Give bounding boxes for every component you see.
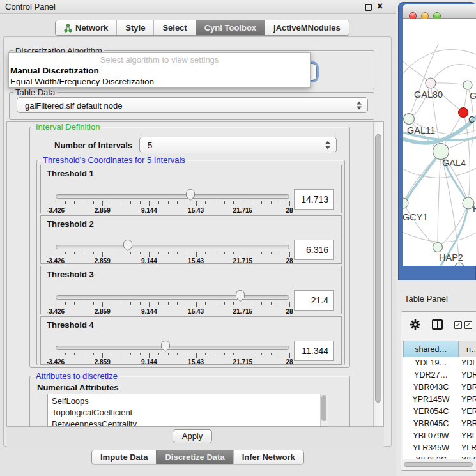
table-row[interactable]: YBL079WYBL0: [403, 430, 476, 442]
tick-label: 15.43: [188, 257, 204, 265]
slider-tick: [93, 302, 94, 305]
tick-label: 9.144: [141, 257, 157, 265]
slider-tick: [289, 201, 290, 206]
cell-shared-name: YDL19…: [403, 357, 459, 369]
threshold-value-field[interactable]: 6.316: [294, 240, 334, 260]
combo-stepper-icon[interactable]: [325, 141, 330, 150]
list-item[interactable]: TopologicalCoefficient: [48, 407, 328, 418]
tab-discretize-data[interactable]: Discretize Data: [156, 450, 233, 464]
table-row[interactable]: YPR145WYPR1: [403, 394, 476, 406]
threshold-value-field[interactable]: 11.344: [294, 341, 334, 361]
threshold-slider[interactable]: -3.4262.8599.14415.4321.71528: [56, 340, 289, 365]
tick-label: 2.859: [95, 257, 111, 265]
close-icon[interactable]: ×: [377, 1, 383, 12]
group-title: Interval Definition: [34, 122, 102, 132]
slider-tick: [243, 252, 243, 257]
threshold-value-field[interactable]: 21.4: [294, 290, 334, 311]
tab-label: Cyni Toolbox: [204, 23, 256, 33]
number-of-intervals-select[interactable]: 5: [139, 137, 337, 153]
slider-track[interactable]: [56, 346, 289, 350]
slider-tick: [168, 201, 169, 204]
threshold-label: Threshold 3: [47, 270, 94, 279]
network-edge: [403, 231, 476, 242]
network-node[interactable]: [459, 108, 468, 118]
control-panel-title: Control Panel: [5, 2, 56, 12]
table-data-select[interactable]: galFiltered.sif default node: [17, 97, 368, 113]
combo-stepper-icon[interactable]: [357, 101, 362, 109]
slider-handle[interactable]: [185, 188, 196, 201]
threshold-label: Threshold 4: [47, 320, 94, 330]
network-node[interactable]: [426, 78, 436, 88]
list-scrollbar-thumb[interactable]: [321, 395, 326, 421]
list-item[interactable]: SelfLoops: [48, 395, 328, 407]
slider-handle[interactable]: [123, 239, 133, 252]
table-row[interactable]: YDL19…YDL1: [403, 357, 476, 369]
table-rows: YDL19…YDL1YDR27…YDR2YBR043CYBR0YPR145WYP…: [403, 357, 476, 459]
slider-tick: [149, 353, 150, 358]
slider-tick: [280, 201, 280, 204]
tick-label: -3.426: [47, 207, 65, 214]
slider-tick: [187, 302, 187, 305]
slider-tick: [140, 201, 141, 204]
gear-icon[interactable]: [410, 319, 421, 330]
tab-select[interactable]: Select: [153, 20, 195, 35]
slider-handle[interactable]: [160, 340, 171, 353]
node-label: HAP2: [439, 252, 463, 263]
network-window-titlebar[interactable]: [403, 4, 476, 19]
network-node[interactable]: [433, 144, 449, 160]
slider-tick: [205, 353, 206, 355]
tab-impute-data[interactable]: Impute Data: [92, 450, 156, 464]
float-window-icon[interactable]: [365, 4, 372, 11]
threshold-value-field[interactable]: 14.713: [294, 189, 334, 210]
horizontal-scrollbar-thumb[interactable]: [404, 462, 473, 467]
checkbox-icon[interactable]: ✓: [454, 321, 462, 329]
network-node[interactable]: [404, 114, 415, 125]
node-label: GAL11: [407, 125, 435, 135]
slider-tick: [243, 353, 243, 358]
cell-name: YPR1: [461, 394, 476, 406]
column-header-name[interactable]: n…: [459, 341, 476, 357]
tab-network[interactable]: Network: [56, 20, 116, 35]
tab-style[interactable]: Style: [116, 20, 153, 35]
dropdown-option-manual[interactable]: Manual Discretization: [10, 66, 99, 75]
numerical-attributes-list[interactable]: SelfLoopsTopologicalCoefficientBetweenne…: [47, 394, 328, 427]
network-view[interactable]: GAL80GACGAL11GAL4GCY1HHAP2: [403, 19, 476, 266]
threshold-slider[interactable]: -3.4262.8599.14415.4321.71528: [56, 188, 289, 214]
slider-track[interactable]: [56, 245, 289, 249]
slider-track[interactable]: [56, 295, 289, 300]
tab-jactivemnodules[interactable]: jActiveMNodules: [265, 20, 349, 35]
table-row[interactable]: YDR27…YDR2: [403, 369, 476, 381]
slider-tick: [252, 201, 252, 204]
slider-handle[interactable]: [235, 289, 245, 302]
network-node[interactable]: [463, 81, 472, 89]
apply-button[interactable]: Apply: [173, 429, 212, 443]
slider-tick: [56, 252, 56, 257]
checkbox-icon[interactable]: ✓: [464, 321, 472, 329]
slider-track[interactable]: [56, 194, 289, 199]
columns-icon[interactable]: [432, 319, 443, 330]
slider-tick: [84, 302, 84, 305]
slider-tick: [215, 302, 215, 305]
vertical-scrollbar-thumb[interactable]: [375, 134, 381, 403]
column-header-shared-name[interactable]: shared…: [403, 341, 459, 357]
dropdown-option-equal-width[interactable]: Equal Width/Frequency Discretization: [10, 77, 154, 86]
slider-tick: [84, 252, 84, 254]
table-row[interactable]: YLR345WYLR3: [403, 442, 476, 454]
table-row[interactable]: YER054CYER0: [403, 406, 476, 418]
slider-tick: [74, 252, 75, 254]
table-row[interactable]: YIL052CYIL0: [403, 454, 476, 459]
slider-tick: [121, 252, 121, 254]
slider-tick: [196, 353, 197, 358]
table-row[interactable]: YBR043CYBR0: [403, 381, 476, 394]
network-node[interactable]: [433, 243, 443, 252]
list-item[interactable]: BetweennessCentrality: [48, 418, 328, 427]
table-row[interactable]: YBR045CYBR0: [403, 418, 476, 430]
tab-infer-network[interactable]: Infer Network: [233, 450, 303, 464]
control-panel-titlebar: Control Panel ×: [0, 0, 396, 14]
threshold-slider[interactable]: -3.4262.8599.14415.4321.71528: [56, 239, 289, 265]
slider-tick: [224, 353, 225, 355]
number-of-intervals-value: 5: [148, 141, 152, 150]
network-node[interactable]: [455, 263, 464, 266]
threshold-slider[interactable]: -3.4262.8599.14415.4321.71528: [56, 289, 289, 315]
tab-cyni-toolbox[interactable]: Cyni Toolbox: [196, 20, 265, 35]
